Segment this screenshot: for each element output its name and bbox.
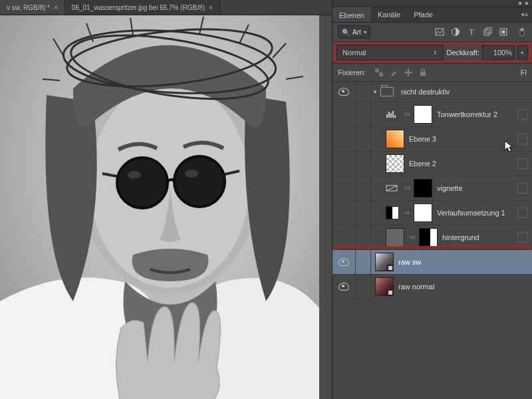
layer-row[interactable]: Verlaufsumsetzung 1 [332, 201, 532, 225]
tab-ebenen[interactable]: Ebenen [332, 7, 371, 22]
lock-label: Fixieren: [338, 68, 366, 76]
lock-transparency-icon[interactable] [375, 68, 383, 76]
blend-mode-combo[interactable]: Normal ⇕ [336, 45, 444, 61]
style-slot-icon[interactable] [517, 158, 528, 169]
lock-column[interactable] [356, 225, 371, 249]
style-slot-icon[interactable] [517, 134, 528, 144]
smart-object-thumbnail[interactable] [375, 277, 394, 296]
layer-name[interactable]: Ebene 2 [409, 160, 436, 168]
layer-row[interactable]: vignette [332, 176, 532, 201]
layer-name[interactable]: vignette [437, 184, 463, 192]
layer-name[interactable]: raw normal [398, 283, 434, 291]
layer-row[interactable]: Ebene 3 [332, 127, 532, 152]
collapse-icon[interactable] [519, 2, 521, 5]
layer-thumbnail[interactable] [386, 154, 404, 173]
filter-smart-icon[interactable] [499, 27, 508, 37]
visibility-toggle[interactable] [332, 225, 356, 249]
layer-name[interactable]: Verlaufsumsetzung 1 [437, 209, 505, 217]
layer-mask-thumbnail[interactable] [419, 228, 438, 247]
layer-extras [517, 158, 528, 169]
visibility-toggle[interactable] [332, 275, 356, 299]
svg-rect-23 [436, 29, 444, 35]
visibility-toggle[interactable] [332, 201, 356, 225]
layer-group-row[interactable]: ▼ nicht destruktiv [332, 82, 532, 102]
tab-kanaele[interactable]: Kanäle [371, 7, 407, 22]
eye-icon [338, 88, 349, 96]
layer-mask-thumbnail[interactable] [414, 203, 432, 222]
layer-row[interactable]: Ebene 2 [332, 152, 532, 176]
filter-pixel-icon[interactable] [435, 27, 444, 37]
svg-rect-25 [484, 30, 489, 35]
layer-name[interactable]: hintergrund [442, 233, 479, 241]
lock-column[interactable] [356, 127, 371, 151]
filter-toggle-icon[interactable] [517, 27, 527, 37]
lock-all-icon[interactable] [419, 68, 427, 76]
layer-row[interactable]: raw sw [332, 250, 532, 275]
layer-name[interactable]: Tonwertkorrektur 2 [437, 110, 497, 118]
layer-thumbnail[interactable] [386, 130, 404, 148]
filter-shape-icon[interactable] [483, 27, 492, 37]
document-tab-inactive[interactable]: 06_01_wasserspritzer.jpg bei 66,7% (RGB/… [65, 0, 220, 15]
style-slot-icon[interactable] [517, 109, 528, 120]
layer-row[interactable]: Tonwertkorrektur 2 [332, 102, 532, 127]
tab-pfade[interactable]: Pfade [407, 7, 440, 22]
folder-icon [380, 87, 394, 96]
canvas-viewport[interactable] [0, 15, 332, 399]
visibility-toggle[interactable] [332, 127, 356, 151]
lock-position-icon[interactable] [404, 68, 412, 76]
close-icon[interactable]: × [54, 4, 58, 11]
visibility-toggle[interactable] [332, 250, 356, 274]
smart-object-thumbnail[interactable] [375, 253, 394, 271]
layer-list[interactable]: ▼ nicht destruktiv Tonwertkorrektur 2Ebe… [332, 82, 532, 399]
style-slot-icon[interactable] [517, 232, 528, 243]
layer-extras [517, 183, 528, 194]
opacity-flyout-icon[interactable]: ▸ [517, 45, 528, 60]
layer-name[interactable]: raw sw [398, 258, 421, 266]
visibility-toggle[interactable] [332, 102, 356, 126]
panel-menu-icon[interactable]: ▾≡ [517, 7, 532, 22]
collapse-icon[interactable] [525, 2, 528, 5]
lock-column[interactable] [356, 201, 371, 225]
layer-row[interactable]: hintergrund [332, 225, 532, 250]
layer-name[interactable]: nicht destruktiv [401, 88, 450, 96]
document-area: v sw, RGB/8) * × 06_01_wasserspritzer.jp… [0, 0, 332, 399]
lock-column[interactable] [356, 275, 371, 299]
layer-thumbnail[interactable] [386, 228, 404, 247]
link-icon [402, 208, 412, 217]
filter-type-icon[interactable]: T [467, 27, 476, 37]
filter-adjust-icon[interactable] [451, 27, 460, 37]
lock-column[interactable] [356, 102, 371, 126]
filter-kind-combo[interactable]: 🔍 Art ▾ [338, 25, 370, 39]
lock-column[interactable] [356, 176, 371, 200]
svg-rect-39 [388, 291, 392, 295]
gradient-map-icon [386, 206, 399, 219]
levels-icon [386, 108, 398, 120]
opacity-input[interactable]: 100% [482, 45, 515, 60]
disclosure-triangle-icon[interactable]: ▼ [371, 89, 379, 95]
style-slot-icon[interactable] [517, 207, 528, 218]
lock-column[interactable] [356, 82, 371, 102]
visibility-toggle[interactable] [332, 82, 356, 102]
style-slot-icon[interactable] [517, 183, 528, 194]
layer-mask-thumbnail[interactable] [414, 105, 432, 124]
fill-label: Fl [521, 68, 527, 76]
layer-name[interactable]: Ebene 3 [409, 135, 436, 143]
link-icon [408, 233, 417, 242]
link-icon [402, 184, 412, 193]
layer-row[interactable]: raw normal [332, 275, 532, 299]
lock-column[interactable] [356, 152, 371, 176]
lock-pixels-icon[interactable] [390, 68, 398, 76]
document-tab-active[interactable]: v sw, RGB/8) * × [0, 0, 65, 15]
blend-opacity-row: Normal ⇕ Deckkraft: 100% ▸ [332, 42, 532, 63]
visibility-toggle[interactable] [332, 152, 356, 176]
svg-rect-28 [502, 31, 505, 34]
visibility-toggle[interactable] [332, 176, 356, 200]
svg-rect-37 [388, 266, 392, 270]
layer-mask-thumbnail[interactable] [414, 179, 432, 198]
lock-column[interactable] [356, 250, 371, 274]
svg-rect-32 [375, 68, 379, 72]
layer-extras [517, 207, 528, 218]
close-icon[interactable]: × [209, 4, 213, 11]
document-tab-bar: v sw, RGB/8) * × 06_01_wasserspritzer.jp… [0, 0, 332, 15]
blend-mode-value: Normal [342, 49, 366, 57]
